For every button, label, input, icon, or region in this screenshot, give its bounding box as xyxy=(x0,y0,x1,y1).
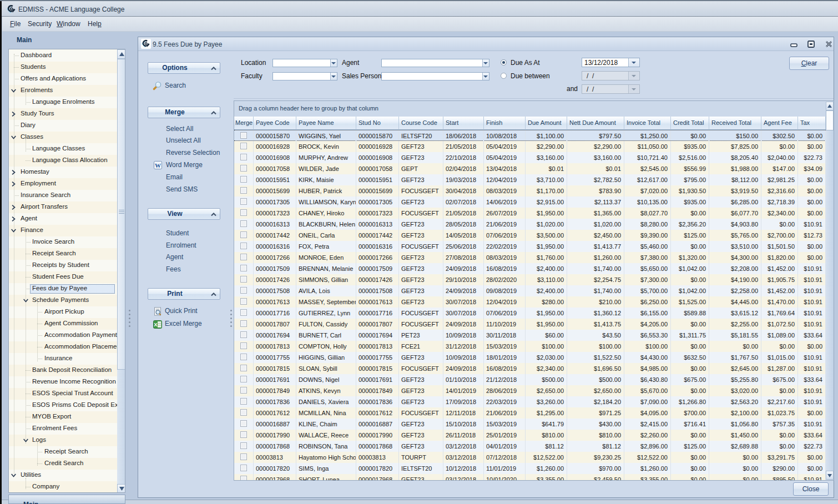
svg-text:W: W xyxy=(155,162,161,169)
svg-text:X: X xyxy=(154,321,158,327)
